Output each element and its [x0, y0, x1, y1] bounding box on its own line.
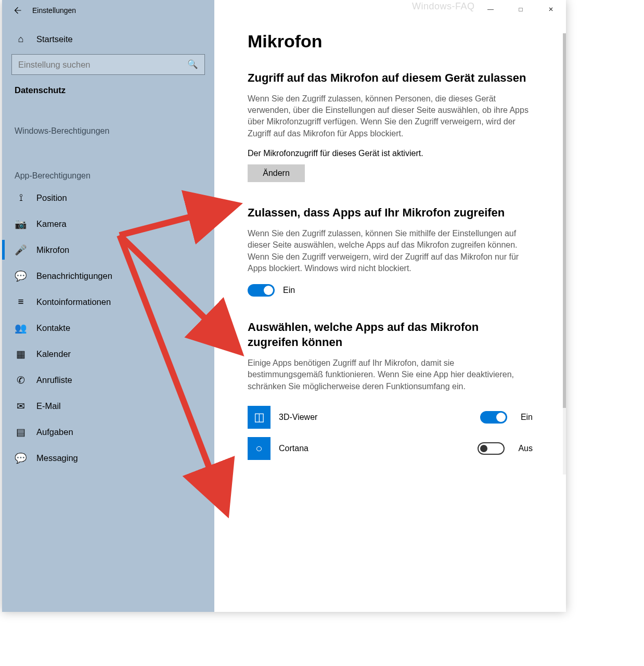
app-toggle-label: Ein: [521, 413, 533, 422]
search-input[interactable]: [18, 60, 162, 70]
sidebar-item-kalender[interactable]: ▦Kalender: [11, 341, 205, 367]
sidebar-item-aufgaben[interactable]: ▤Aufgaben: [11, 419, 205, 445]
scrollbar-thumb[interactable]: [563, 33, 566, 408]
sidebar-item-label: Messaging: [36, 453, 78, 463]
sidebar-category: Datenschutz: [11, 82, 205, 99]
home-icon: ⌂: [15, 34, 27, 45]
kontoinformationen-icon: ≡: [15, 296, 27, 308]
sidebar-item-kontakte[interactable]: 👥Kontakte: [11, 315, 205, 341]
search-box[interactable]: 🔍: [11, 54, 205, 75]
anrufliste-icon: ✆: [15, 374, 27, 386]
apps-access-toggle[interactable]: [248, 284, 275, 297]
sidebar-item-label: Kontoinformationen: [36, 297, 111, 307]
kalender-icon: ▦: [15, 348, 27, 360]
section3-heading: Auswählen, welche Apps auf das Mikrofon …: [248, 319, 529, 350]
section1-status: Der Mikrofonzugriff für dieses Gerät ist…: [248, 149, 533, 158]
search-icon: 🔍: [187, 59, 198, 70]
back-button[interactable]: [6, 0, 28, 21]
app-icon: ○: [248, 437, 271, 460]
sidebar-item-label: Position: [36, 193, 67, 203]
settings-window: Einstellungen ⌂ Startseite 🔍 Datenschutz…: [2, 0, 566, 612]
sidebar-home-label: Startseite: [36, 34, 73, 44]
app-name: 3D-Viewer: [279, 413, 472, 422]
group-app-permissions: App-Berechtigungen: [11, 163, 205, 185]
sidebar-item-e-mail[interactable]: ✉E-Mail: [11, 393, 205, 419]
sidebar-item-label: E-Mail: [36, 401, 61, 411]
page-title: Mikrofon: [248, 31, 533, 52]
sidebar: Einstellungen ⌂ Startseite 🔍 Datenschutz…: [2, 0, 214, 612]
aufgaben-icon: ▤: [15, 426, 27, 438]
sidebar-item-mikrofon[interactable]: 🎤Mikrofon: [11, 237, 205, 263]
benachrichtigungen-icon: 💬: [15, 270, 27, 282]
section1-paragraph: Wenn Sie den Zugriff zulassen, können Pe…: [248, 93, 529, 140]
messaging-icon: 💬: [15, 452, 27, 464]
back-arrow-icon: [12, 6, 22, 15]
kamera-icon: 📷: [15, 218, 27, 230]
sidebar-item-benachrichtigungen[interactable]: 💬Benachrichtigungen: [11, 263, 205, 289]
app-name: Cortana: [279, 444, 469, 453]
sidebar-item-label: Mikrofon: [36, 245, 69, 255]
sidebar-item-anrufliste[interactable]: ✆Anrufliste: [11, 367, 205, 393]
sidebar-item-kamera[interactable]: 📷Kamera: [11, 211, 205, 237]
app-toggle-label: Aus: [518, 444, 533, 453]
sidebar-item-label: Kamera: [36, 219, 67, 229]
app-row-cortana: ○CortanaAus: [248, 433, 533, 464]
section1-heading: Zugriff auf das Mikrofon auf diesem Gerä…: [248, 70, 529, 86]
section3-paragraph: Einige Apps benötigen Zugriff auf Ihr Mi…: [248, 357, 529, 392]
kontakte-icon: 👥: [15, 322, 27, 334]
sidebar-item-position[interactable]: ⟟Position: [11, 185, 205, 211]
position-icon: ⟟: [15, 192, 27, 203]
sidebar-item-label: Kontakte: [36, 323, 70, 333]
app-toggle[interactable]: [480, 411, 507, 424]
sidebar-item-messaging[interactable]: 💬Messaging: [11, 445, 205, 471]
mikrofon-icon: 🎤: [15, 244, 27, 256]
sidebar-item-label: Aufgaben: [36, 427, 73, 437]
sidebar-item-kontoinformationen[interactable]: ≡Kontoinformationen: [11, 289, 205, 315]
app-icon: ◫: [248, 406, 271, 429]
main-content: Windows-FAQ ― □ ✕ Mikrofon Zugriff auf d…: [214, 0, 566, 612]
sidebar-home[interactable]: ⌂ Startseite: [11, 26, 205, 52]
group-windows-permissions: Windows-Berechtigungen: [11, 118, 205, 140]
titlebar: Einstellungen: [2, 0, 214, 21]
section2-paragraph: Wenn Sie den Zugriff zulassen, können Si…: [248, 228, 529, 275]
apps-access-toggle-label: Ein: [283, 286, 295, 295]
section2-heading: Zulassen, dass Apps auf Ihr Mikrofon zug…: [248, 205, 529, 221]
app-title: Einstellungen: [32, 6, 76, 15]
e-mail-icon: ✉: [15, 400, 27, 412]
sidebar-item-label: Benachrichtigungen: [36, 271, 112, 281]
sidebar-item-label: Anrufliste: [36, 375, 72, 385]
change-button[interactable]: Ändern: [248, 164, 305, 182]
app-toggle[interactable]: [478, 442, 505, 455]
sidebar-item-label: Kalender: [36, 349, 71, 359]
app-row-3d-viewer: ◫3D-ViewerEin: [248, 402, 533, 433]
